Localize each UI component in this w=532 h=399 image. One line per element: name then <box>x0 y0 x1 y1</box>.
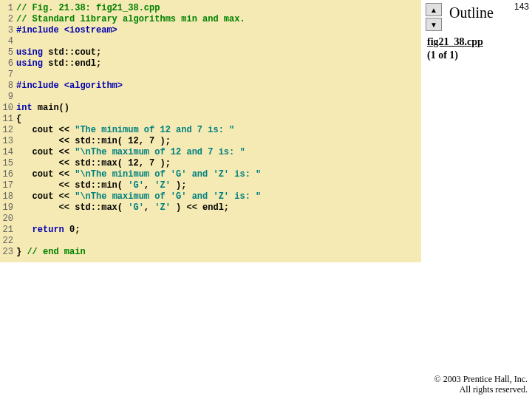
code-line: 14 cout << "\nThe maximum of 12 and 7 is… <box>0 147 421 158</box>
code-line: 4 <box>0 36 421 47</box>
line-number: 5 <box>0 47 16 58</box>
code-content <box>16 236 421 247</box>
code-content: // Fig. 21.38: fig21_38.cpp <box>16 3 421 14</box>
code-token: 'G' <box>128 202 144 213</box>
line-number: 17 <box>0 180 16 191</box>
code-token: // end main <box>27 247 85 257</box>
code-content: cout << "\nThe maximum of 'G' and 'Z' is… <box>16 191 421 202</box>
code-token: "\nThe maximum of 'G' and 'Z' is: " <box>75 191 261 202</box>
code-token: << std::max( <box>16 158 128 168</box>
code-token: return <box>33 225 64 235</box>
code-content <box>16 92 421 103</box>
code-content: #include <algorithm> <box>16 81 421 92</box>
code-content: return 0; <box>16 225 421 236</box>
line-number: 1 <box>0 3 16 14</box>
code-token: #include <box>16 81 64 91</box>
slide-number: 143 <box>514 1 529 12</box>
code-content: cout << "The minimum of 12 and 7 is: " <box>16 125 421 136</box>
line-number: 3 <box>0 25 16 36</box>
line-number: 21 <box>0 225 16 236</box>
code-token: 12 <box>128 158 138 168</box>
file-part: (1 of 1) <box>427 49 483 62</box>
code-line: 21 return 0; <box>0 225 421 236</box>
code-token: cout << <box>16 147 75 157</box>
code-token: << std::max( <box>16 202 128 213</box>
code-token: { <box>16 114 21 124</box>
code-token: using <box>16 58 43 69</box>
code-token <box>16 225 33 235</box>
code-token: #include <box>16 25 64 35</box>
copyright: © 2003 Prentice Hall, Inc. All rights re… <box>434 374 528 395</box>
code-content: using std::cout; <box>16 47 421 58</box>
nav-down-button[interactable]: ▼ <box>426 18 442 31</box>
code-token: , <box>144 180 154 191</box>
code-line: 19 << std::max( 'G', 'Z' ) << endl; <box>0 202 421 214</box>
code-content: #include <iostream> <box>16 25 421 36</box>
nav-up-button[interactable]: ▲ <box>426 3 442 16</box>
line-number: 4 <box>0 36 16 47</box>
code-content: { <box>16 114 421 125</box>
code-line: 1// Fig. 21.38: fig21_38.cpp <box>0 3 421 14</box>
line-number: 10 <box>0 103 16 114</box>
code-content: << std::max( 'G', 'Z' ) << endl; <box>16 202 421 214</box>
code-token: "The minimum of 12 and 7 is: " <box>75 125 234 135</box>
code-token: using <box>16 47 43 58</box>
code-line: 18 cout << "\nThe maximum of 'G' and 'Z'… <box>0 191 421 202</box>
code-line: 20 <box>0 214 421 225</box>
code-line: 11{ <box>0 114 421 125</box>
code-content <box>16 36 421 47</box>
code-token: <algorithm> <box>64 81 123 91</box>
code-line: 6using std::endl; <box>0 58 421 69</box>
code-token: <iostream> <box>64 25 117 35</box>
copyright-line2: All rights reserved. <box>434 384 528 395</box>
code-line: 10int main() <box>0 103 421 114</box>
arrow-down-icon: ▼ <box>430 21 437 29</box>
code-line: 8#include <algorithm> <box>0 81 421 92</box>
code-line: 23} // end main <box>0 247 421 258</box>
code-content: int main() <box>16 103 421 114</box>
line-number: 18 <box>0 191 16 202</box>
line-number: 20 <box>0 214 16 225</box>
line-number: 11 <box>0 114 16 125</box>
code-line: 17 << std::min( 'G', 'Z' ); <box>0 180 421 191</box>
line-number: 16 <box>0 169 16 180</box>
code-token: } <box>16 247 27 257</box>
code-content <box>16 69 421 81</box>
code-content: cout << "\nThe minimum of 'G' and 'Z' is… <box>16 169 421 180</box>
line-number: 15 <box>0 158 16 169</box>
code-line: 16 cout << "\nThe minimum of 'G' and 'Z'… <box>0 169 421 180</box>
code-token: 12 <box>128 136 138 146</box>
line-number: 2 <box>0 14 16 25</box>
line-number: 23 <box>0 247 16 258</box>
code-token: 'Z' <box>154 202 171 213</box>
code-token: , <box>139 158 149 168</box>
code-token: std::cout; <box>43 47 101 58</box>
code-token: // Fig. 21.38: fig21_38.cpp <box>16 3 160 13</box>
outline-heading: Outline <box>449 4 494 21</box>
code-content: // Standard library algorithms min and m… <box>16 14 421 25</box>
line-number: 6 <box>0 58 16 69</box>
code-token: , <box>139 136 149 146</box>
code-content: using std::endl; <box>16 58 421 69</box>
code-line: 12 cout << "The minimum of 12 and 7 is: … <box>0 125 421 136</box>
code-content: << std::min( 'G', 'Z' ); <box>16 180 421 191</box>
code-token <box>64 225 69 235</box>
code-token: cout << <box>16 125 75 135</box>
code-token: "\nThe minimum of 'G' and 'Z' is: " <box>75 169 261 180</box>
code-line: 22 <box>0 236 421 247</box>
code-token: ) << endl; <box>171 202 229 213</box>
code-token: ); <box>171 180 187 191</box>
code-token: << std::min( <box>16 136 128 146</box>
code-content: << std::min( 12, 7 ); <box>16 136 421 147</box>
code-token: main() <box>33 103 69 113</box>
code-line: 5using std::cout; <box>0 47 421 58</box>
code-line: 7 <box>0 69 421 81</box>
code-token: 'G' <box>128 180 144 191</box>
copyright-line1: © 2003 Prentice Hall, Inc. <box>434 374 528 384</box>
line-number: 9 <box>0 92 16 103</box>
code-token: ); <box>154 158 171 168</box>
line-number: 7 <box>0 69 16 81</box>
line-number: 22 <box>0 236 16 247</box>
file-name: fig21_38.cpp <box>427 35 483 49</box>
line-number: 14 <box>0 147 16 158</box>
